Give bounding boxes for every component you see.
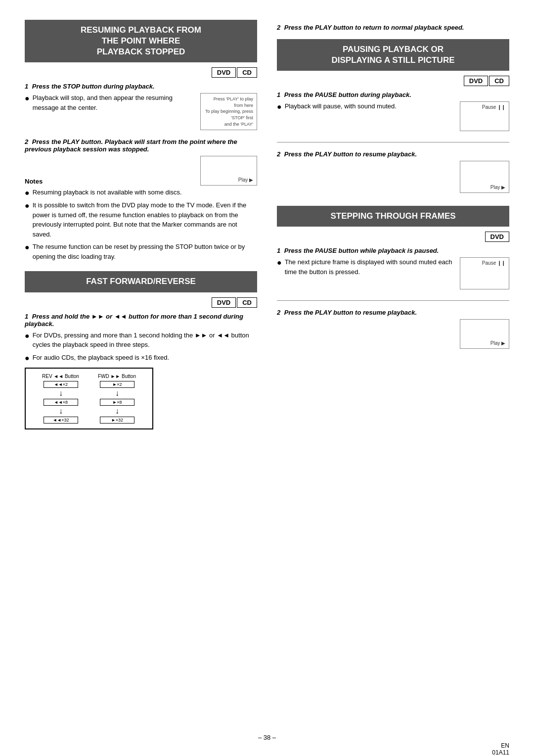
divider2 — [277, 300, 509, 301]
section2-bullet1: ● For DVDs, pressing and more than 1 sec… — [25, 331, 257, 350]
screen6-mockup: Play ▶ — [460, 319, 509, 349]
cd-badge-3: CD — [489, 76, 509, 86]
screen4-mockup: Play ▶ — [460, 161, 509, 193]
note1: ● Resuming playback is not available wit… — [25, 188, 195, 197]
cd-badge-1: CD — [237, 67, 257, 78]
footer-code: 01A11 — [492, 749, 509, 756]
screen2-mockup: Play ▶ — [200, 156, 257, 186]
section1-header: RESUMING PLAYBACK FROM THE POINT WHERE P… — [25, 20, 257, 62]
section3-header: PAUSING PLAYBACK OR DISPLAYING A STILL P… — [277, 39, 509, 71]
section4-header: STEPPING THROUGH FRAMES — [277, 206, 509, 227]
footer-right: EN 01A11 — [492, 742, 509, 756]
dvd-badge-1: DVD — [212, 67, 236, 78]
screen5-label: Pause ❙❙ — [482, 260, 505, 266]
section2-header: FAST FORWARD/REVERSE — [25, 271, 257, 292]
page-footer: – 38 – — [0, 734, 534, 741]
section2-bullet2: ● For audio CDs, the playback speed is ×… — [25, 353, 257, 363]
screen1-mockup: Press 'PLAY' to play from here To play b… — [200, 93, 257, 130]
footer-lang: EN — [501, 742, 509, 749]
section1-badges: DVD CD — [25, 67, 257, 78]
section4-step1: 1 Press the PAUSE button while playback … — [277, 247, 509, 254]
divider1 — [277, 142, 509, 142]
cd-badge-2: CD — [237, 297, 257, 308]
note2: ● It is possible to switch from the DVD … — [25, 200, 257, 239]
section1-bullet1: ● Playback will stop, and then appear th… — [25, 93, 195, 112]
section3-step1: 1 Press the PAUSE button during playback… — [277, 91, 509, 98]
screen6-label: Play ▶ — [490, 340, 505, 346]
dvd-badge-4: DVD — [485, 232, 509, 242]
dvd-badge-3: DVD — [464, 76, 488, 86]
section2-badges: DVD CD — [25, 297, 257, 308]
ff-diagram: REV ◄◄ Button FWD ►► Button ◄◄×2 ↓ ◄◄×8 … — [25, 368, 153, 429]
section4-badges: DVD — [277, 232, 509, 242]
screen5-mockup: Pause ❙❙ — [460, 257, 509, 289]
right-top-step2: 2 Press the PLAY button to return to nor… — [277, 24, 509, 31]
page-number: – 38 – — [258, 734, 276, 741]
section3-badges: DVD CD — [277, 76, 509, 86]
screen3-label: Pause ❙❙ — [482, 104, 505, 110]
section4-bullet1: ● The next picture frame is displayed wi… — [277, 257, 455, 277]
screen3-mockup: Pause ❙❙ — [460, 101, 509, 131]
section1-step2: 2 Press the PLAY button. Playback will s… — [25, 138, 257, 153]
section4-step2: 2 Press the PLAY button to resume playba… — [277, 309, 509, 316]
section3-bullet1: ● Playback will pause, with sound muted. — [277, 101, 455, 111]
section2-step1: 1 Press and hold the ►► or ◄◄ button for… — [25, 313, 257, 328]
note3: ● The resume function can be reset by pr… — [25, 242, 257, 261]
dvd-badge-2: DVD — [212, 297, 236, 308]
section3-step2: 2 Press the PLAY button to resume playba… — [277, 150, 509, 158]
section1-step1: 1 Press the STOP button during playback. — [25, 83, 257, 90]
screen4-label: Play ▶ — [490, 185, 505, 190]
screen2-label: Play ▶ — [238, 177, 253, 183]
